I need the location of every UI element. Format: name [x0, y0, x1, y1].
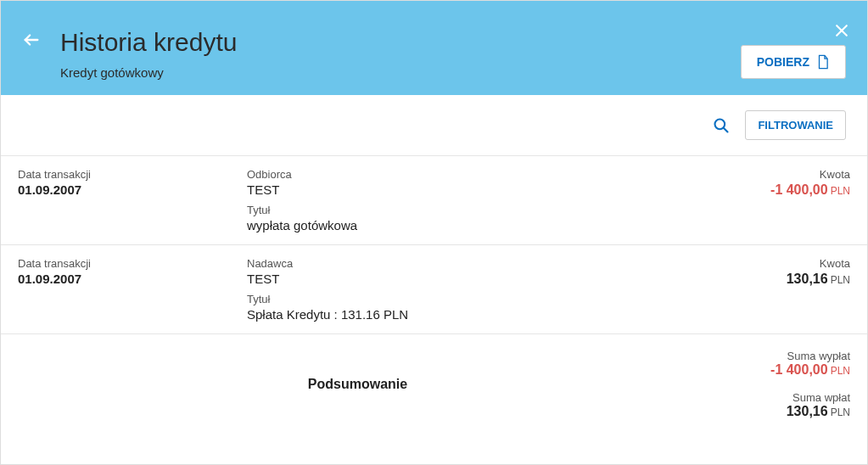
col-amount: Kwota 130,16PLN	[697, 257, 850, 322]
subject-label: Tytuł	[247, 204, 697, 216]
download-button-label: POBIERZ	[757, 55, 809, 69]
page-container: Historia kredytu Kredyt gotówkowy POBIER…	[0, 0, 868, 465]
date-value: 01.09.2007	[18, 182, 247, 197]
party-value: TEST	[247, 272, 697, 286]
amount-currency: PLN	[831, 185, 850, 197]
toolbar: FILTROWANIE	[1, 95, 867, 155]
subject-value: wypłata gotówkowa	[247, 218, 697, 232]
table-row[interactable]: Data transakcji 01.09.2007 Odbiorca TEST…	[1, 155, 867, 244]
sum-payouts-currency: PLN	[831, 365, 850, 377]
col-date: Data transakcji 01.09.2007	[18, 257, 247, 322]
summary-row: Podsumowanie Suma wypłat -1 400,00PLN Su…	[1, 333, 867, 431]
date-value: 01.09.2007	[18, 272, 247, 286]
svg-line-4	[724, 127, 728, 132]
party-label: Nadawca	[247, 257, 697, 270]
sum-deposits-value: 130,16	[787, 404, 828, 418]
party-label: Odbiorca	[247, 168, 697, 181]
page-title: Historia kredytu	[60, 28, 842, 57]
subject-label: Tytuł	[247, 293, 697, 305]
amount-label: Kwota	[697, 168, 850, 181]
col-amount: Kwota -1 400,00PLN	[697, 168, 850, 232]
sum-deposits-currency: PLN	[831, 406, 850, 418]
sum-payouts-value: -1 400,00	[770, 362, 828, 377]
table-row[interactable]: Data transakcji 01.09.2007 Nadawca TEST …	[1, 244, 867, 333]
amount-currency: PLN	[831, 274, 850, 286]
back-arrow-icon[interactable]	[22, 31, 41, 49]
date-label: Data transakcji	[18, 257, 247, 270]
col-details: Nadawca TEST Tytuł Spłata Kredytu : 131.…	[247, 257, 697, 322]
sum-payouts-label: Suma wypłat	[697, 350, 850, 362]
close-icon[interactable]	[833, 22, 850, 39]
date-label: Data transakcji	[18, 168, 247, 181]
summary-title: Podsumowanie	[18, 377, 697, 392]
page-subtitle: Kredyt gotówkowy	[60, 65, 842, 80]
amount-value: -1 400,00	[770, 182, 828, 197]
amount-label: Kwota	[697, 257, 850, 270]
sum-deposits-label: Suma wpłat	[697, 391, 850, 404]
document-icon	[816, 54, 830, 70]
summary-values: Suma wypłat -1 400,00PLN Suma wpłat 130,…	[697, 350, 850, 419]
col-date: Data transakcji 01.09.2007	[18, 168, 247, 232]
col-details: Odbiorca TEST Tytuł wypłata gotówkowa	[247, 168, 697, 232]
amount-value: 130,16	[787, 272, 828, 286]
subject-value: Spłata Kredytu : 131.16 PLN	[247, 307, 697, 322]
search-icon[interactable]	[713, 117, 730, 134]
download-button[interactable]: POBIERZ	[741, 45, 846, 79]
party-value: TEST	[247, 182, 697, 197]
header-bar: Historia kredytu Kredyt gotówkowy POBIER…	[1, 1, 867, 95]
filter-button[interactable]: FILTROWANIE	[745, 110, 846, 140]
